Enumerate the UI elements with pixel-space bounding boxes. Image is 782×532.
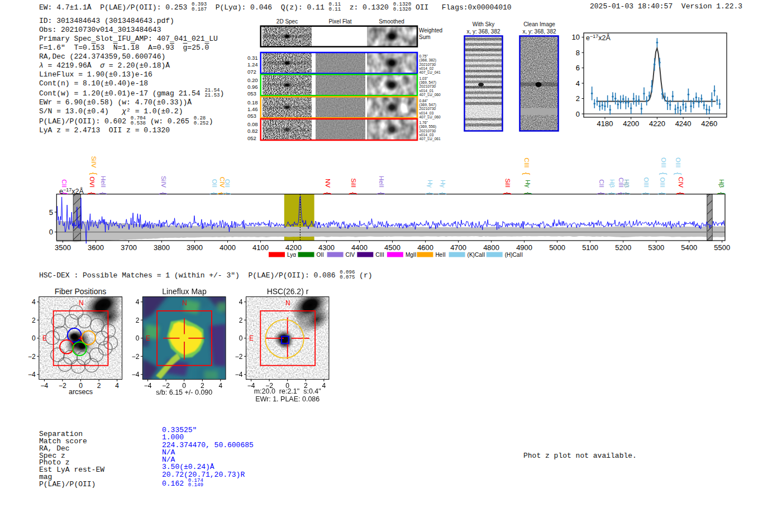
- svg-text:MgII: MgII: [406, 252, 416, 258]
- svg-text:3500: 3500: [55, 243, 71, 252]
- svg-text:−2: −2: [28, 353, 36, 361]
- svg-text:4600: 4600: [417, 243, 433, 252]
- svg-text:4: 4: [115, 382, 119, 390]
- svg-text:2: 2: [32, 317, 36, 324]
- svg-text:−2: −2: [59, 382, 66, 390]
- svg-text:OII: OII: [224, 179, 231, 188]
- svg-text:Hβ: Hβ: [609, 179, 616, 188]
- svg-text:HeII: HeII: [435, 252, 445, 258]
- svg-text:4900: 4900: [516, 243, 532, 252]
- svg-text:0: 0: [49, 228, 53, 236]
- svg-text:Hβ: Hβ: [623, 179, 630, 188]
- svg-text:{: {: [88, 192, 97, 195]
- svg-text:4: 4: [322, 382, 326, 390]
- svg-text:CIV: CIV: [346, 252, 355, 258]
- svg-text:−2: −2: [132, 353, 140, 361]
- svg-text:4: 4: [136, 298, 140, 306]
- svg-text:5200: 5200: [615, 243, 631, 252]
- svg-text:{: {: [522, 172, 532, 175]
- svg-text:CII: CII: [60, 179, 67, 188]
- svg-text:4700: 4700: [450, 243, 466, 252]
- svg-text:{: {: [89, 172, 99, 175]
- svg-text:Hγ: Hγ: [524, 180, 531, 188]
- svg-text:4180: 4180: [597, 119, 613, 128]
- svg-text:0: 0: [576, 110, 580, 118]
- svg-text:Hγ: Hγ: [440, 180, 446, 188]
- svg-text:Hγ: Hγ: [427, 180, 433, 188]
- svg-text:2: 2: [136, 317, 140, 324]
- svg-text:−4: −4: [41, 382, 49, 390]
- svg-text:2: 2: [576, 94, 580, 103]
- svg-text:E: E: [42, 334, 47, 342]
- svg-text:OIII: OIII: [660, 157, 667, 168]
- svg-text:{: {: [159, 192, 169, 195]
- svg-text:4500: 4500: [384, 243, 400, 252]
- svg-text:(H)CaII: (H)CaII: [505, 252, 523, 258]
- svg-text:4: 4: [576, 79, 580, 88]
- svg-text:{: {: [99, 192, 108, 195]
- svg-text:{: {: [642, 192, 651, 195]
- svg-text:(K)CaII: (K)CaII: [468, 252, 485, 258]
- svg-text:{: {: [323, 192, 333, 195]
- svg-text:Lyα: Lyα: [287, 252, 296, 258]
- svg-text:{: {: [377, 192, 387, 195]
- svg-text:3600: 3600: [88, 243, 104, 252]
- svg-text:4260: 4260: [701, 119, 717, 128]
- svg-text:3700: 3700: [121, 243, 137, 252]
- svg-text:−4: −4: [235, 371, 243, 378]
- svg-text:8: 8: [576, 49, 580, 57]
- svg-text:4: 4: [239, 298, 243, 306]
- svg-text:5100: 5100: [582, 243, 598, 252]
- svg-text:0: 0: [32, 334, 36, 342]
- svg-text:4200: 4200: [285, 243, 302, 252]
- svg-text:5500: 5500: [714, 243, 730, 252]
- svg-text:Hβ: Hβ: [718, 179, 725, 188]
- svg-text:CII: CII: [598, 179, 605, 188]
- svg-text:CIV: CIV: [678, 177, 684, 188]
- svg-text:CIII: CIII: [523, 158, 530, 168]
- svg-text:5400: 5400: [681, 243, 697, 252]
- svg-text:SiIV: SiIV: [90, 156, 97, 167]
- svg-text:4240: 4240: [675, 119, 692, 128]
- svg-text:N: N: [182, 299, 187, 307]
- svg-text:{: {: [503, 192, 513, 195]
- svg-text:OIII: OIII: [675, 157, 681, 168]
- svg-text:OIII: OIII: [659, 177, 666, 188]
- svg-text:−4: −4: [28, 371, 36, 378]
- svg-text:4220: 4220: [649, 119, 665, 128]
- svg-text:2: 2: [97, 382, 101, 390]
- svg-text:{: {: [597, 192, 607, 195]
- svg-text:OII: OII: [317, 252, 324, 258]
- svg-text:−2: −2: [235, 353, 243, 361]
- svg-text:{: {: [524, 192, 533, 195]
- svg-text:{: {: [658, 192, 667, 195]
- svg-text:4400: 4400: [351, 243, 368, 252]
- svg-text:{: {: [659, 172, 669, 175]
- svg-text:E: E: [249, 334, 254, 342]
- svg-text:E: E: [146, 334, 150, 342]
- svg-text:10: 10: [572, 33, 580, 41]
- svg-text:{: {: [349, 192, 359, 195]
- svg-text:HeII: HeII: [100, 176, 107, 188]
- svg-text:{: {: [438, 192, 448, 195]
- svg-text:3800: 3800: [154, 243, 170, 252]
- svg-text:HeII: HeII: [378, 176, 385, 188]
- svg-text:−4: −4: [132, 371, 140, 378]
- svg-text:3900: 3900: [187, 243, 203, 252]
- svg-text:NV: NV: [325, 179, 331, 188]
- svg-text:6: 6: [576, 64, 580, 72]
- svg-text:5: 5: [49, 208, 53, 217]
- svg-text:N: N: [79, 299, 84, 307]
- svg-text:{: {: [608, 192, 617, 195]
- svg-text:OIII: OIII: [643, 177, 650, 188]
- svg-text:5300: 5300: [648, 243, 664, 252]
- svg-text:0: 0: [136, 334, 140, 342]
- svg-text:4: 4: [32, 298, 36, 306]
- svg-text:OVI: OVI: [89, 176, 96, 188]
- svg-text:CIII: CIII: [375, 252, 384, 258]
- svg-text:{: {: [717, 192, 727, 195]
- svg-text:4200: 4200: [623, 119, 639, 128]
- svg-text:4800: 4800: [483, 243, 499, 252]
- svg-text:{: {: [223, 192, 232, 195]
- svg-text:{: {: [676, 192, 686, 195]
